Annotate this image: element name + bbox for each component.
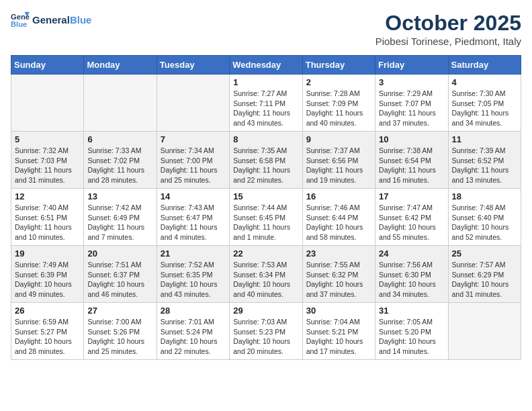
calendar-cell xyxy=(448,303,521,360)
calendar-cell: 11Sunrise: 7:39 AMSunset: 6:52 PMDayligh… xyxy=(448,132,521,189)
day-info: Sunrise: 7:52 AMSunset: 6:35 PMDaylight:… xyxy=(161,260,226,300)
day-info: Sunrise: 7:29 AMSunset: 7:07 PMDaylight:… xyxy=(379,89,444,128)
logo-icon: General Blue xyxy=(11,11,30,30)
day-number: 22 xyxy=(233,248,298,259)
day-number: 20 xyxy=(87,248,152,259)
day-info: Sunrise: 7:28 AMSunset: 7:09 PMDaylight:… xyxy=(306,89,371,128)
logo: General Blue GeneralBlue xyxy=(11,11,91,30)
calendar-cell: 4Sunrise: 7:30 AMSunset: 7:05 PMDaylight… xyxy=(448,75,521,132)
calendar-cell: 23Sunrise: 7:55 AMSunset: 6:32 PMDayligh… xyxy=(302,246,375,303)
calendar-cell xyxy=(157,75,229,132)
day-info: Sunrise: 7:53 AMSunset: 6:34 PMDaylight:… xyxy=(233,260,298,300)
day-number: 7 xyxy=(161,134,226,144)
location: Piobesi Torinese, Piedmont, Italy xyxy=(375,36,521,47)
day-info: Sunrise: 7:04 AMSunset: 5:21 PMDaylight:… xyxy=(306,317,371,357)
week-row-2: 5Sunrise: 7:32 AMSunset: 7:03 PMDaylight… xyxy=(11,132,521,189)
calendar-cell: 2Sunrise: 7:28 AMSunset: 7:09 PMDaylight… xyxy=(302,75,375,132)
week-row-3: 12Sunrise: 7:40 AMSunset: 6:51 PMDayligh… xyxy=(11,189,521,246)
weekday-header-tuesday: Tuesday xyxy=(157,56,229,75)
day-info: Sunrise: 7:56 AMSunset: 6:30 PMDaylight:… xyxy=(379,260,444,300)
calendar-cell: 10Sunrise: 7:38 AMSunset: 6:54 PMDayligh… xyxy=(375,132,448,189)
calendar-cell: 19Sunrise: 7:49 AMSunset: 6:39 PMDayligh… xyxy=(11,246,84,303)
calendar-table: SundayMondayTuesdayWednesdayThursdayFrid… xyxy=(11,55,521,360)
day-number: 6 xyxy=(87,134,152,144)
calendar-cell: 5Sunrise: 7:32 AMSunset: 7:03 PMDaylight… xyxy=(11,132,84,189)
day-info: Sunrise: 7:57 AMSunset: 6:29 PMDaylight:… xyxy=(452,260,517,300)
day-number: 24 xyxy=(379,248,444,259)
month-title: October 2025 xyxy=(375,11,521,36)
calendar-cell: 28Sunrise: 7:01 AMSunset: 5:24 PMDayligh… xyxy=(157,303,229,360)
calendar-cell: 22Sunrise: 7:53 AMSunset: 6:34 PMDayligh… xyxy=(230,246,302,303)
day-info: Sunrise: 7:49 AMSunset: 6:39 PMDaylight:… xyxy=(15,260,80,300)
day-info: Sunrise: 7:38 AMSunset: 6:54 PMDaylight:… xyxy=(379,146,444,185)
day-number: 1 xyxy=(233,77,298,87)
day-number: 30 xyxy=(306,306,371,316)
week-row-4: 19Sunrise: 7:49 AMSunset: 6:39 PMDayligh… xyxy=(11,246,521,303)
day-info: Sunrise: 7:48 AMSunset: 6:40 PMDaylight:… xyxy=(452,203,517,242)
page-header: General Blue GeneralBlue October 2025 Pi… xyxy=(11,11,521,47)
calendar-cell: 14Sunrise: 7:43 AMSunset: 6:47 PMDayligh… xyxy=(157,189,229,246)
day-info: Sunrise: 7:01 AMSunset: 5:24 PMDaylight:… xyxy=(161,317,226,357)
title-section: October 2025 Piobesi Torinese, Piedmont,… xyxy=(375,11,521,47)
day-number: 29 xyxy=(233,306,298,316)
calendar-cell: 16Sunrise: 7:46 AMSunset: 6:44 PMDayligh… xyxy=(302,189,375,246)
calendar-cell: 25Sunrise: 7:57 AMSunset: 6:29 PMDayligh… xyxy=(448,246,521,303)
day-number: 21 xyxy=(161,248,226,259)
calendar-cell: 18Sunrise: 7:48 AMSunset: 6:40 PMDayligh… xyxy=(448,189,521,246)
day-number: 26 xyxy=(15,306,80,316)
day-info: Sunrise: 7:43 AMSunset: 6:47 PMDaylight:… xyxy=(161,203,226,242)
day-number: 28 xyxy=(161,306,226,316)
day-info: Sunrise: 7:27 AMSunset: 7:11 PMDaylight:… xyxy=(233,89,298,128)
calendar-cell: 21Sunrise: 7:52 AMSunset: 6:35 PMDayligh… xyxy=(157,246,229,303)
day-info: Sunrise: 7:42 AMSunset: 6:49 PMDaylight:… xyxy=(87,203,152,242)
day-number: 19 xyxy=(15,248,80,259)
day-number: 27 xyxy=(87,306,152,316)
logo-text: GeneralBlue xyxy=(32,14,91,26)
weekday-header-thursday: Thursday xyxy=(302,56,375,75)
calendar-cell: 6Sunrise: 7:33 AMSunset: 7:02 PMDaylight… xyxy=(84,132,157,189)
day-info: Sunrise: 7:39 AMSunset: 6:52 PMDaylight:… xyxy=(452,146,517,185)
calendar-cell: 13Sunrise: 7:42 AMSunset: 6:49 PMDayligh… xyxy=(84,189,157,246)
calendar-cell xyxy=(84,75,157,132)
day-number: 17 xyxy=(379,191,444,201)
day-number: 14 xyxy=(161,191,226,201)
day-info: Sunrise: 7:55 AMSunset: 6:32 PMDaylight:… xyxy=(306,260,371,300)
day-number: 16 xyxy=(306,191,371,201)
day-number: 13 xyxy=(87,191,152,201)
day-number: 25 xyxy=(452,248,517,259)
day-info: Sunrise: 7:51 AMSunset: 6:37 PMDaylight:… xyxy=(87,260,152,300)
week-row-5: 26Sunrise: 6:59 AMSunset: 5:27 PMDayligh… xyxy=(11,303,521,360)
calendar-cell: 8Sunrise: 7:35 AMSunset: 6:58 PMDaylight… xyxy=(230,132,302,189)
weekday-header-row: SundayMondayTuesdayWednesdayThursdayFrid… xyxy=(11,56,521,75)
calendar-cell: 20Sunrise: 7:51 AMSunset: 6:37 PMDayligh… xyxy=(84,246,157,303)
calendar-cell: 9Sunrise: 7:37 AMSunset: 6:56 PMDaylight… xyxy=(302,132,375,189)
day-info: Sunrise: 7:34 AMSunset: 7:00 PMDaylight:… xyxy=(161,146,226,185)
day-info: Sunrise: 7:40 AMSunset: 6:51 PMDaylight:… xyxy=(15,203,80,242)
day-info: Sunrise: 7:47 AMSunset: 6:42 PMDaylight:… xyxy=(379,203,444,242)
weekday-header-wednesday: Wednesday xyxy=(230,56,302,75)
day-number: 23 xyxy=(306,248,371,259)
day-info: Sunrise: 7:05 AMSunset: 5:20 PMDaylight:… xyxy=(379,317,444,357)
day-info: Sunrise: 7:32 AMSunset: 7:03 PMDaylight:… xyxy=(15,146,80,185)
day-info: Sunrise: 6:59 AMSunset: 5:27 PMDaylight:… xyxy=(15,317,80,357)
week-row-1: 1Sunrise: 7:27 AMSunset: 7:11 PMDaylight… xyxy=(11,75,521,132)
day-number: 10 xyxy=(379,134,444,144)
day-info: Sunrise: 7:30 AMSunset: 7:05 PMDaylight:… xyxy=(452,89,517,128)
day-number: 18 xyxy=(452,191,517,201)
calendar-cell: 26Sunrise: 6:59 AMSunset: 5:27 PMDayligh… xyxy=(11,303,84,360)
day-info: Sunrise: 7:46 AMSunset: 6:44 PMDaylight:… xyxy=(306,203,371,242)
day-info: Sunrise: 7:00 AMSunset: 5:26 PMDaylight:… xyxy=(87,317,152,357)
calendar-cell: 3Sunrise: 7:29 AMSunset: 7:07 PMDaylight… xyxy=(375,75,448,132)
day-number: 31 xyxy=(379,306,444,316)
calendar-cell: 24Sunrise: 7:56 AMSunset: 6:30 PMDayligh… xyxy=(375,246,448,303)
calendar-cell: 31Sunrise: 7:05 AMSunset: 5:20 PMDayligh… xyxy=(375,303,448,360)
day-number: 4 xyxy=(452,77,517,87)
calendar-cell: 12Sunrise: 7:40 AMSunset: 6:51 PMDayligh… xyxy=(11,189,84,246)
calendar-cell: 30Sunrise: 7:04 AMSunset: 5:21 PMDayligh… xyxy=(302,303,375,360)
day-info: Sunrise: 7:37 AMSunset: 6:56 PMDaylight:… xyxy=(306,146,371,185)
day-number: 2 xyxy=(306,77,371,87)
day-number: 8 xyxy=(233,134,298,144)
calendar-cell: 7Sunrise: 7:34 AMSunset: 7:00 PMDaylight… xyxy=(157,132,229,189)
day-info: Sunrise: 7:33 AMSunset: 7:02 PMDaylight:… xyxy=(87,146,152,185)
calendar-cell xyxy=(11,75,84,132)
